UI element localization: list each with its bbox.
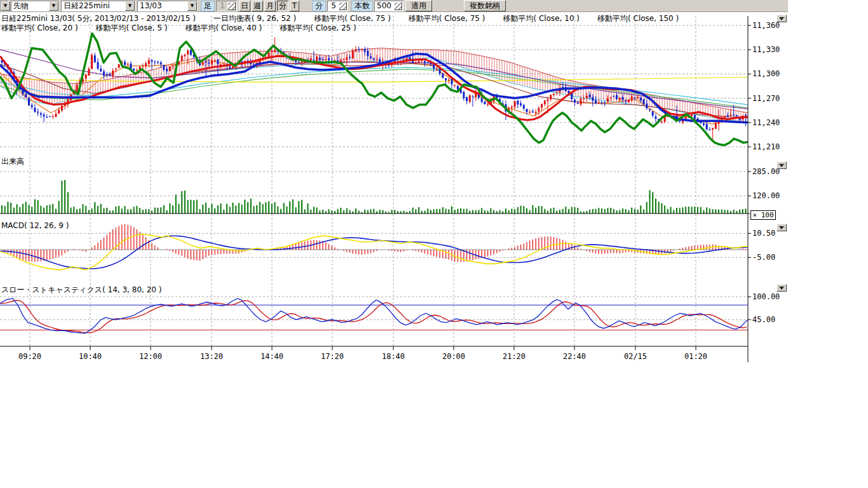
price-tick-label: 11,360 <box>752 21 780 30</box>
macd-tick-label: -5.00 <box>752 253 775 262</box>
bar-type-label: 足 <box>201 1 215 11</box>
toolbar: ▼ 先物 ▼ 日経225mini ▼ 13/03 ▼ 足 1 日週月分T 分 5… <box>0 0 788 12</box>
spinner-icon[interactable] <box>394 2 402 10</box>
x-tick-label: 12:00 <box>139 352 162 361</box>
price-tick-label: 11,330 <box>752 45 780 54</box>
apply-button[interactable]: 適用 <box>405 0 432 11</box>
contract-month-value: 13/03 <box>138 1 164 10</box>
x-tick-label: 01:20 <box>684 352 707 361</box>
stoch-tick-label: 100.00 <box>752 292 780 301</box>
x-tick-label: 02/15 <box>624 352 647 361</box>
symbol-select[interactable]: 日経225mini ▼ <box>61 1 135 11</box>
x-tick-label: 20:00 <box>442 352 465 361</box>
volume-multiplier-badge: × 100 <box>750 210 776 220</box>
chevron-down-icon <box>779 287 784 290</box>
minute-input[interactable]: 5 <box>327 1 348 11</box>
x-tick-label: 21:20 <box>503 352 526 361</box>
market-select-value: 先物 <box>11 1 31 11</box>
dropdown-arrow-icon[interactable]: ▼ <box>187 1 197 11</box>
spinner-icon[interactable] <box>339 2 347 10</box>
trading-app-window: ▼ 先物 ▼ 日経225mini ▼ 13/03 ▼ 足 1 日週月分T 分 5… <box>0 0 868 488</box>
price-tick-label: 11,210 <box>752 142 780 151</box>
macd-tick-label: 10.50 <box>752 229 775 238</box>
price-axis-menu-button[interactable] <box>776 15 787 22</box>
bar-count-input[interactable]: 500 <box>374 1 403 11</box>
market-select[interactable]: 先物 ▼ <box>11 1 59 11</box>
volume-axis-menu-button[interactable] <box>776 161 787 169</box>
price-tick-label: 11,300 <box>752 69 780 78</box>
volume-tick-label: 120.00 <box>752 191 780 200</box>
x-tick-label: 13:20 <box>200 352 223 361</box>
x-tick-label: 18:40 <box>382 352 405 361</box>
chevron-down-icon <box>779 226 784 229</box>
bar-interval-value: 1 <box>217 1 227 10</box>
x-tick-label: 14:40 <box>261 352 283 361</box>
spinner-icon <box>227 2 236 10</box>
contract-month-select[interactable]: 13/03 ▼ <box>137 1 198 11</box>
bar-interval-input: 1 <box>216 1 237 11</box>
stoch-axis-menu-button[interactable] <box>776 284 787 292</box>
macd-histogram <box>2 224 746 262</box>
volume-label: 出来高 <box>1 157 24 166</box>
x-tick-label: 17:20 <box>321 352 344 361</box>
bar-count-value: 500 <box>375 1 393 10</box>
macd-axis-menu-button[interactable] <box>776 224 787 231</box>
volume-tick-label: 285.00 <box>752 167 780 176</box>
price-tick-label: 11,270 <box>752 94 780 103</box>
stoch-label: スロー・ストキャスティクス( 14, 3, 80, 20 ) <box>1 285 161 294</box>
period-button-月[interactable]: 月 <box>264 1 276 11</box>
dropdown-arrow-icon[interactable]: ▼ <box>125 1 135 11</box>
bar-count-label: 本数 <box>351 1 373 11</box>
symbol-select-value: 日経225mini <box>62 1 112 11</box>
x-tick-label: 22:40 <box>563 352 586 361</box>
period-button-週[interactable]: 週 <box>252 1 263 11</box>
dropdown-arrow-icon[interactable]: ▼ <box>49 1 58 11</box>
stoch-tick-label: 45.00 <box>752 315 775 324</box>
dropdown-arrow-icon[interactable]: ▼ <box>1 1 10 11</box>
chevron-down-icon <box>779 17 784 20</box>
macd-label: MACD( 12, 26, 9 ) <box>1 221 69 230</box>
period-button-group: 日週月分T <box>239 1 301 11</box>
minute-label: 分 <box>312 1 326 11</box>
period-button-分[interactable]: 分 <box>277 1 288 11</box>
chart-canvas: 11,36011,33011,30011,27011,24011,210285.… <box>0 0 868 407</box>
period-button-日[interactable]: 日 <box>239 1 250 11</box>
price-tick-label: 11,240 <box>752 118 780 127</box>
x-tick-label: 09:20 <box>18 352 41 361</box>
volume-bars <box>1 180 747 214</box>
minute-value: 5 <box>328 1 338 10</box>
period-button-T[interactable]: T <box>290 1 299 11</box>
x-tick-label: 10:40 <box>79 352 102 361</box>
chevron-down-icon <box>779 164 784 167</box>
multi-symbol-button[interactable]: 複数銘柄 <box>464 0 506 11</box>
hidden-combo[interactable]: ▼ <box>0 1 9 11</box>
